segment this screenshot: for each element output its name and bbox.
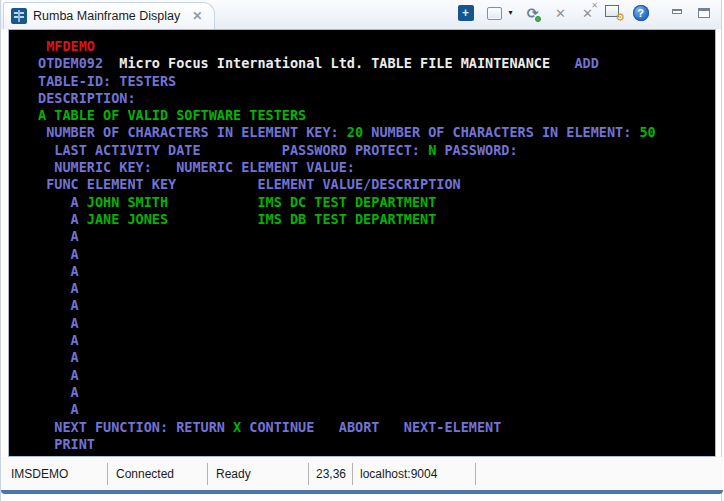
terminal-line: NEXT FUNCTION: RETURN X CONTINUE ABORT N… xyxy=(38,419,715,436)
terminal-line: A xyxy=(38,246,715,263)
cursor-position-text: 23,36 xyxy=(316,467,346,481)
terminal-line: DESCRIPTION: xyxy=(38,90,715,107)
session-name-text: IMSDEMO xyxy=(11,467,68,481)
terminal-line: A xyxy=(38,384,715,401)
mainframe-display-icon xyxy=(11,8,27,24)
terminal-line: A xyxy=(38,263,715,280)
display-settings-icon[interactable]: ⚙ xyxy=(604,2,625,24)
terminal-screen[interactable]: MFDEMOOTDEM092 Micro Focus International… xyxy=(8,29,716,457)
terminal-line: MFDEMO xyxy=(38,38,715,55)
terminal-line: A xyxy=(38,228,715,245)
connection-status: Connected xyxy=(108,463,208,485)
terminal-line: A xyxy=(38,401,715,418)
terminal-line: A TABLE OF VALID SOFTWARE TESTERS xyxy=(38,107,715,124)
terminal-line: A JOHN SMITH IMS DC TEST DEPARTMENT xyxy=(38,194,715,211)
tab-bar: Rumba Mainframe Display ✕ +▾⟳✕✕✕⚙? xyxy=(1,0,721,29)
host-address: localhost:9004 xyxy=(353,463,476,485)
status-bar: IMSDEMO Connected Ready 23,36 localhost:… xyxy=(1,457,723,490)
toolbar: +▾⟳✕✕✕⚙? xyxy=(455,0,721,26)
terminal-line: A xyxy=(38,367,715,384)
chevron-down-icon[interactable]: ▾ xyxy=(505,2,516,24)
disconnect-all-sessions-icon[interactable]: ✕✕ xyxy=(577,2,598,24)
terminal-line: FUNC ELEMENT KEY ELEMENT VALUE/DESCRIPTI… xyxy=(38,176,715,193)
help-icon[interactable]: ? xyxy=(630,2,651,24)
maximize-view-icon[interactable] xyxy=(693,2,714,24)
connection-status-text: Connected xyxy=(116,467,174,481)
tab-title: Rumba Mainframe Display xyxy=(33,9,180,23)
terminal-line: NUMBER OF CHARACTERS IN ELEMENT KEY: 20 … xyxy=(38,124,715,141)
terminal-line: NUMERIC KEY: NUMERIC ELEMENT VALUE: xyxy=(38,159,715,176)
disconnect-session-icon[interactable]: ✕ xyxy=(550,2,571,24)
terminal-line: A JANE JONES IMS DB TEST DEPARTMENT xyxy=(38,211,715,228)
window-border xyxy=(1,490,723,494)
ready-state-text: Ready xyxy=(216,467,251,481)
terminal-line: LAST ACTIVITY DATE PASSWORD PROTECT: N P… xyxy=(38,142,715,159)
terminal-line: OTDEM092 Micro Focus International Ltd. … xyxy=(38,55,715,72)
tab-rumba-mainframe-display[interactable]: Rumba Mainframe Display ✕ xyxy=(3,2,215,29)
new-mainframe-display-icon[interactable]: + xyxy=(455,2,476,24)
ready-state: Ready xyxy=(208,463,309,485)
terminal-line: A xyxy=(38,332,715,349)
rumba-window: Rumba Mainframe Display ✕ +▾⟳✕✕✕⚙? MFDEM… xyxy=(0,0,722,501)
terminal-line: TABLE-ID: TESTERS xyxy=(38,73,715,90)
terminal-line: A xyxy=(38,280,715,297)
terminal-line: A xyxy=(38,315,715,332)
display-selector-icon[interactable] xyxy=(484,2,505,24)
cursor-position: 23,36 xyxy=(309,463,353,485)
tab-close-icon[interactable]: ✕ xyxy=(192,10,202,22)
connect-session-icon[interactable]: ⟳ xyxy=(522,2,543,24)
terminal-line: PRINT xyxy=(38,436,715,453)
session-name: IMSDEMO xyxy=(1,463,108,485)
host-address-text: localhost:9004 xyxy=(360,467,437,481)
terminal-line: A xyxy=(38,297,715,314)
minimize-view-icon[interactable] xyxy=(666,2,687,24)
terminal-line: A xyxy=(38,349,715,366)
